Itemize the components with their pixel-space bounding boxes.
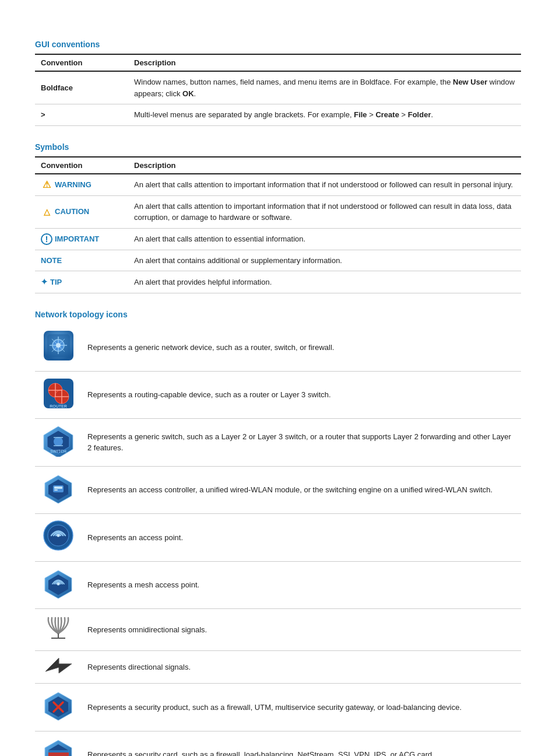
svg-point-7 — [56, 343, 61, 348]
tip-convention: ✦ TIP — [35, 271, 128, 293]
description-cell: Multi-level menus are separated by angle… — [128, 104, 521, 126]
gui-conventions-title: GUI conventions — [35, 40, 521, 49]
table-row: ✦ TIP An alert that provides helpful inf… — [35, 271, 521, 293]
table-row: Represents a generic network device, suc… — [35, 324, 521, 371]
sym-col2-header: Description — [128, 157, 521, 174]
convention-cell: > — [35, 104, 128, 126]
icon-cell-directional-signal — [35, 650, 82, 684]
svg-point-18 — [54, 437, 63, 446]
icon-cell-access-point — [35, 514, 82, 562]
gui-col2-header: Description — [128, 54, 521, 71]
icon-cell-router: ROUTER — [35, 371, 82, 419]
svg-rect-44 — [48, 750, 69, 752]
symbols-title: Symbols — [35, 142, 521, 152]
icon-cell-omni-signal — [35, 609, 82, 651]
sym-col1-header: Convention — [35, 157, 128, 174]
tip-bulb-icon: ✦ — [41, 276, 48, 288]
svg-rect-42 — [48, 752, 69, 756]
tip-description: An alert that provides helpful informati… — [128, 271, 521, 293]
icon-cell-switch: SWITCH — [35, 419, 82, 467]
description-cell-security-product: Represents a security product, such as a… — [82, 684, 521, 732]
table-row: Represents an access controller, a unifi… — [35, 466, 521, 514]
symbols-table: Convention Description ⚠ WARNING An aler… — [35, 156, 521, 294]
gui-conventions-section: GUI conventions Convention Description B… — [35, 40, 521, 126]
table-row: Represents a security product, such as a… — [35, 684, 521, 732]
icon-cell-access-controller — [35, 466, 82, 514]
svg-rect-25 — [54, 487, 62, 489]
gui-conventions-table: Convention Description Boldface Window n… — [35, 54, 521, 126]
note-label-text: NOTE — [41, 256, 62, 265]
table-row: Represents omnidirectional signals. — [35, 609, 521, 651]
important-convention: ! IMPORTANT — [35, 228, 128, 250]
warning-label-text: WARNING — [55, 179, 92, 191]
convention-cell: Boldface — [35, 71, 128, 104]
warning-convention: ⚠ WARNING — [35, 174, 128, 196]
description-cell: Window names, button names, field names,… — [128, 71, 521, 104]
note-convention: NOTE — [35, 250, 128, 271]
security-card-icon — [43, 737, 75, 757]
description-cell-mesh-access-point: Represents a mesh access point. — [82, 561, 521, 609]
table-row: Represents directional signals. — [35, 650, 521, 684]
table-row: > Multi-level menus are separated by ang… — [35, 104, 521, 126]
table-row: ⚠ WARNING An alert that calls attention … — [35, 174, 521, 196]
table-row: Represents a mesh access point. — [35, 561, 521, 609]
table-row: Represents a security card, such as a fi… — [35, 731, 521, 756]
table-row: Boldface Window names, button names, fie… — [35, 71, 521, 104]
network-topology-table: Represents a generic network device, suc… — [35, 324, 521, 756]
svg-point-32 — [57, 582, 59, 585]
warning-triangle-icon: ⚠ — [41, 179, 52, 191]
caution-triangle-icon: △ — [41, 206, 52, 218]
table-row: NOTE An alert that contains additional o… — [35, 250, 521, 271]
important-description: An alert that calls attention to essenti… — [128, 228, 521, 250]
security-product-icon — [43, 690, 75, 722]
network-topology-title: Network topology icons — [35, 310, 521, 319]
router-icon: ROUTER — [43, 377, 75, 410]
icon-cell-generic-device — [35, 324, 82, 371]
table-row: △ CAUTION An alert that calls attention … — [35, 195, 521, 228]
svg-marker-35 — [45, 658, 72, 673]
icon-cell-security-product — [35, 684, 82, 732]
table-row: Represents an access point. — [35, 514, 521, 562]
table-row: ROUTER Represents a routing-capable devi… — [35, 371, 521, 419]
icon-cell-mesh-access-point — [35, 561, 82, 609]
warning-description: An alert that calls attention to importa… — [128, 174, 521, 196]
access-point-icon — [43, 520, 75, 552]
symbols-section: Symbols Convention Description ⚠ WARNING… — [35, 142, 521, 294]
caution-convention: △ CAUTION — [35, 195, 128, 228]
description-cell-router: Represents a routing-capable device, suc… — [82, 371, 521, 419]
svg-text:ROUTER: ROUTER — [50, 404, 67, 408]
description-cell-security-card: Represents a security card, such as a fi… — [82, 731, 521, 756]
caution-description: An alert that calls attention to importa… — [128, 195, 521, 228]
table-row: ! IMPORTANT An alert that calls attentio… — [35, 228, 521, 250]
caution-label-text: CAUTION — [55, 206, 89, 218]
directional-signal-icon — [43, 657, 75, 674]
svg-rect-26 — [54, 489, 58, 491]
important-circle-icon: ! — [41, 233, 52, 245]
generic-device-icon — [43, 330, 75, 362]
svg-point-29 — [57, 534, 59, 537]
icon-cell-security-card — [35, 731, 82, 756]
description-cell-access-point: Represents an access point. — [82, 514, 521, 562]
note-description: An alert that contains additional or sup… — [128, 250, 521, 271]
network-topology-section: Network topology icons — [35, 310, 521, 756]
mesh-access-point-icon — [43, 568, 75, 600]
svg-text:SWITCH: SWITCH — [50, 449, 66, 453]
access-controller-icon — [43, 473, 75, 505]
omni-signal-icon — [43, 615, 75, 641]
description-cell-switch: Represents a generic switch, such as a L… — [82, 419, 521, 467]
table-row: SWITCH Represents a generic switch, such… — [35, 419, 521, 467]
tip-label-text: TIP — [50, 276, 62, 288]
description-cell-access-controller: Represents an access controller, a unifi… — [82, 466, 521, 514]
gui-col1-header: Convention — [35, 54, 128, 71]
description-cell-directional-signal: Represents directional signals. — [82, 650, 521, 684]
switch-icon: SWITCH — [43, 425, 75, 457]
important-label-text: IMPORTANT — [55, 233, 99, 245]
description-cell-generic-device: Represents a generic network device, suc… — [82, 324, 521, 371]
description-cell-omni-signal: Represents omnidirectional signals. — [82, 609, 521, 651]
